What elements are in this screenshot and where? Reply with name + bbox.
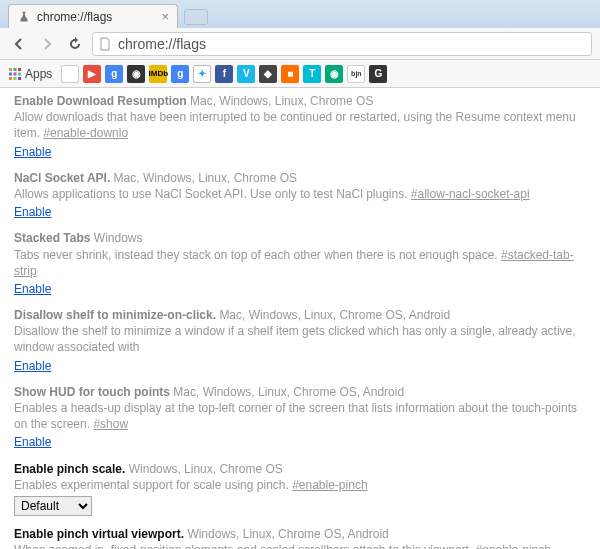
flag-anchor-link[interactable]: #allow-nacl-socket-api	[411, 187, 530, 201]
bookmark-icon-7[interactable]: ✦	[193, 65, 211, 83]
bookmark-icon-8[interactable]: f	[215, 65, 233, 83]
bookmark-icon-5[interactable]: IMDb	[149, 65, 167, 83]
tab-title: chrome://flags	[37, 10, 112, 24]
flag-item: Show HUD for touch points Mac, Windows, …	[0, 379, 600, 456]
svg-rect-7	[14, 77, 17, 80]
svg-rect-5	[18, 72, 21, 75]
flag-description: Disallow the shelf to minimize a window …	[14, 324, 576, 354]
toolbar: chrome://flags	[0, 28, 600, 60]
flag-platforms: Windows, Linux, Chrome OS	[129, 462, 283, 476]
bookmark-icon-11[interactable]: ■	[281, 65, 299, 83]
enable-link[interactable]: Enable	[14, 358, 51, 374]
new-tab-button[interactable]	[184, 9, 208, 25]
flag-description: When zoomed in, fixed-position elements …	[14, 543, 476, 549]
browser-tab[interactable]: chrome://flags ×	[8, 4, 178, 28]
bookmark-icon-12[interactable]: T	[303, 65, 321, 83]
close-icon[interactable]: ×	[161, 9, 169, 24]
svg-rect-8	[18, 77, 21, 80]
page-icon	[99, 37, 113, 51]
flag-item: Enable pinch virtual viewport. Windows, …	[0, 521, 600, 549]
flag-title: Enable pinch scale.	[14, 462, 129, 476]
flag-description: Tabs never shrink, instead they stack on…	[14, 248, 501, 262]
url-bar[interactable]: chrome://flags	[92, 32, 592, 56]
flag-platforms: Mac, Windows, Linux, Chrome OS, Android	[173, 385, 404, 399]
flag-title: Enable Download Resumption	[14, 94, 190, 108]
svg-rect-0	[9, 68, 12, 71]
tab-strip: chrome://flags ×	[0, 0, 600, 28]
flag-platforms: Mac, Windows, Linux, Chrome OS, Android	[219, 308, 450, 322]
flag-description: Enables experimental support for scale u…	[14, 478, 292, 492]
flag-item: Enable Download Resumption Mac, Windows,…	[0, 88, 600, 165]
apps-grid-icon	[8, 67, 22, 81]
bookmark-icon-14[interactable]: bjn	[347, 65, 365, 83]
flag-platforms: Mac, Windows, Linux, Chrome OS	[190, 94, 373, 108]
enable-link[interactable]: Enable	[14, 434, 51, 450]
svg-rect-4	[14, 72, 17, 75]
flag-title: Stacked Tabs	[14, 231, 94, 245]
bookmark-icon-9[interactable]: V	[237, 65, 255, 83]
bookmark-icon-1[interactable]	[61, 65, 79, 83]
flag-title: NaCl Socket API.	[14, 171, 114, 185]
apps-label-text: Apps	[25, 67, 52, 81]
flask-icon	[17, 10, 31, 24]
flag-platforms: Windows, Linux, Chrome OS, Android	[187, 527, 388, 541]
back-button[interactable]	[8, 33, 30, 55]
forward-button[interactable]	[36, 33, 58, 55]
flag-title: Disallow shelf to minimize-on-click.	[14, 308, 219, 322]
svg-rect-6	[9, 77, 12, 80]
flag-select[interactable]: Default	[14, 496, 92, 516]
enable-link[interactable]: Enable	[14, 144, 51, 160]
flag-item: Stacked Tabs WindowsTabs never shrink, i…	[0, 225, 600, 302]
flag-title: Enable pinch virtual viewport.	[14, 527, 187, 541]
bookmark-icon-2[interactable]: ▶	[83, 65, 101, 83]
flag-platforms: Windows	[94, 231, 143, 245]
bookmark-icon-10[interactable]: ◆	[259, 65, 277, 83]
flag-item: NaCl Socket API. Mac, Windows, Linux, Ch…	[0, 165, 600, 226]
svg-rect-2	[18, 68, 21, 71]
flag-item: Enable pinch scale. Windows, Linux, Chro…	[0, 456, 600, 521]
flag-anchor-link[interactable]: #show	[93, 417, 128, 431]
flag-description: Allows applications to use NaCl Socket A…	[14, 187, 411, 201]
bookmarks-bar: Apps ▶ g ◉ IMDb g ✦ f V ◆ ■ T ◉ bjn G	[0, 60, 600, 88]
flag-anchor-link[interactable]: #enable-pinch	[292, 478, 367, 492]
url-text: chrome://flags	[118, 36, 206, 52]
bookmark-icon-6[interactable]: g	[171, 65, 189, 83]
bookmark-icon-4[interactable]: ◉	[127, 65, 145, 83]
svg-rect-1	[14, 68, 17, 71]
flag-anchor-link[interactable]: #enable-downlo	[43, 126, 128, 140]
flag-platforms: Mac, Windows, Linux, Chrome OS	[114, 171, 297, 185]
flag-title: Show HUD for touch points	[14, 385, 173, 399]
enable-link[interactable]: Enable	[14, 281, 51, 297]
apps-button[interactable]: Apps	[8, 67, 52, 81]
reload-button[interactable]	[64, 33, 86, 55]
flags-content: Enable Download Resumption Mac, Windows,…	[0, 88, 600, 549]
bookmark-icon-15[interactable]: G	[369, 65, 387, 83]
enable-link[interactable]: Enable	[14, 204, 51, 220]
bookmark-icon-13[interactable]: ◉	[325, 65, 343, 83]
flag-item: Disallow shelf to minimize-on-click. Mac…	[0, 302, 600, 379]
bookmark-icon-3[interactable]: g	[105, 65, 123, 83]
svg-rect-3	[9, 72, 12, 75]
